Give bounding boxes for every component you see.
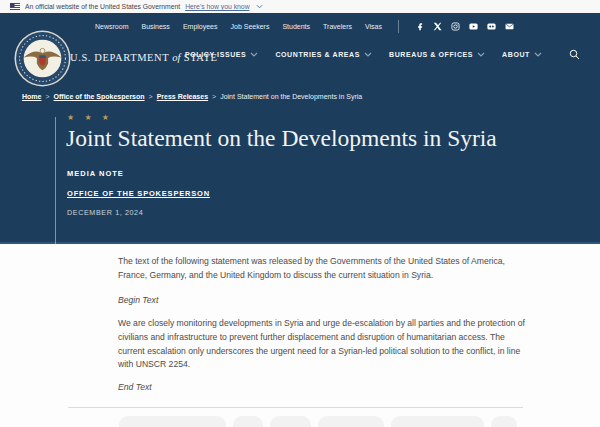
utility-link-job-seekers[interactable]: Job Seekers: [231, 23, 270, 30]
banner-text: An official website of the United States…: [25, 3, 180, 10]
nav-countries-areas-label: COUNTRIES & AREAS: [275, 51, 360, 58]
breadcrumb-press-releases[interactable]: Press Releases: [157, 93, 208, 100]
breadcrumb-current: Joint Statement on the Developments in S…: [220, 93, 362, 100]
begin-text-marker: Begin Text: [118, 295, 158, 305]
site-header-hero: Newsroom Business Employees Job Seekers …: [0, 13, 600, 244]
utility-link-visas[interactable]: Visas: [365, 23, 382, 30]
flickr-icon[interactable]: [487, 22, 496, 31]
main-nav: POLICY ISSUES COUNTRIES & AREAS BUREAUS …: [185, 49, 580, 60]
statement-paragraph: We are closely monitoring developments i…: [118, 317, 530, 372]
email-icon[interactable]: [505, 22, 514, 31]
wordmark-pre: U.S. DEPARTMENT: [70, 52, 169, 63]
tag-pill[interactable]: [270, 416, 311, 427]
tag-pill[interactable]: [318, 416, 384, 427]
tag-pill[interactable]: [119, 416, 226, 427]
tag-pill[interactable]: [391, 416, 484, 427]
us-flag-icon: [10, 3, 20, 10]
breadcrumb: Home > Office of the Spokesperson > Pres…: [22, 93, 362, 100]
breadcrumb-separator: >: [45, 93, 49, 100]
utility-link-business[interactable]: Business: [141, 23, 169, 30]
youtube-icon[interactable]: [469, 22, 478, 31]
breadcrumb-separator: >: [149, 93, 153, 100]
how-you-know-link[interactable]: Here's how you know: [185, 3, 249, 10]
wordmark-of: of: [172, 52, 180, 63]
hero-left-rule: [55, 117, 56, 244]
content-divider: [68, 407, 523, 408]
utility-link-newsroom[interactable]: Newsroom: [95, 23, 128, 30]
nav-bureaus-offices[interactable]: BUREAUS & OFFICES: [389, 51, 485, 58]
chevron-down-icon: [364, 52, 372, 57]
usa-gov-banner: An official website of the United States…: [0, 0, 600, 13]
instagram-icon[interactable]: [451, 22, 460, 31]
chevron-down-icon: [477, 52, 485, 57]
tag-list: [119, 416, 517, 427]
facebook-icon[interactable]: [415, 22, 424, 31]
x-icon[interactable]: [433, 22, 442, 31]
page-title: Joint Statement on the Developments in S…: [66, 125, 566, 152]
nav-about[interactable]: ABOUT: [502, 51, 542, 58]
vertical-divider: [398, 20, 399, 33]
utility-link-travelers[interactable]: Travelers: [323, 23, 352, 30]
utility-link-students[interactable]: Students: [282, 23, 310, 30]
release-type-label: MEDIA NOTE: [67, 169, 124, 178]
end-text-marker: End Text: [118, 382, 152, 392]
utility-link-employees[interactable]: Employees: [183, 23, 218, 30]
state-dept-press-release-page: An official website of the United States…: [0, 0, 600, 427]
intro-paragraph: The text of the following statement was …: [118, 255, 530, 283]
release-date: DECEMBER 1, 2024: [67, 208, 143, 217]
three-stars-icon: ★ ★ ★: [67, 113, 113, 122]
tag-pill[interactable]: [491, 416, 517, 427]
wordmark-post: STATE: [184, 52, 218, 63]
chevron-down-icon: [250, 52, 258, 57]
nav-countries-areas[interactable]: COUNTRIES & AREAS: [275, 51, 372, 58]
utility-nav: Newsroom Business Employees Job Seekers …: [95, 20, 514, 33]
chevron-down-icon[interactable]: [256, 4, 263, 9]
nav-about-label: ABOUT: [502, 51, 530, 58]
office-of-spokesperson-link[interactable]: OFFICE OF THE SPOKESPERSON: [67, 189, 210, 198]
search-icon[interactable]: [569, 49, 580, 60]
breadcrumb-home[interactable]: Home: [22, 93, 41, 100]
nav-bureaus-offices-label: BUREAUS & OFFICES: [389, 51, 473, 58]
state-department-seal[interactable]: [14, 30, 71, 87]
chevron-down-icon: [534, 52, 542, 57]
breadcrumb-office-of-spokesperson[interactable]: Office of the Spokesperson: [54, 93, 145, 100]
tag-pill[interactable]: [233, 416, 263, 427]
social-icons: [415, 22, 514, 31]
breadcrumb-separator: >: [212, 93, 216, 100]
department-wordmark[interactable]: U.S. DEPARTMENT of STATE: [70, 52, 217, 63]
